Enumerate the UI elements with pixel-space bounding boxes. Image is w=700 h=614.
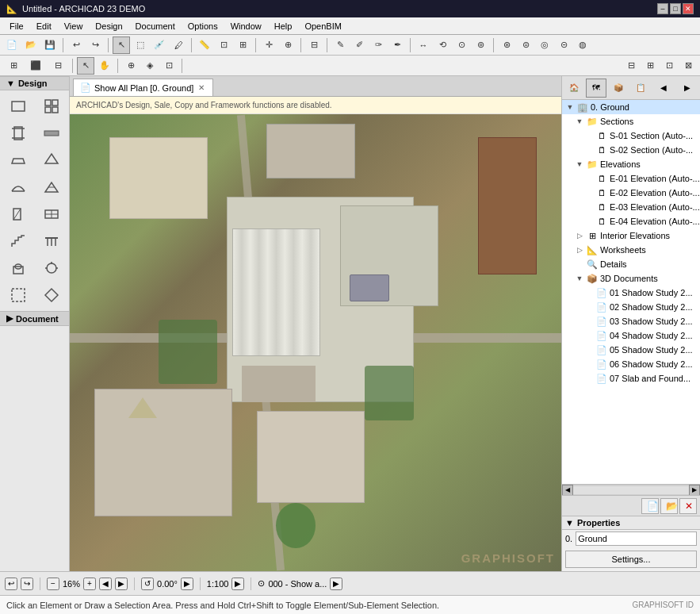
pen1-button[interactable]: ✎ [331, 36, 349, 54]
3d-button[interactable]: ⬛ [25, 57, 46, 75]
pen4-button[interactable]: ✒ [388, 36, 406, 54]
tree-expand-3ddocs[interactable]: ▼ [575, 272, 584, 285]
toolbar-extra3[interactable]: ⊡ [160, 57, 178, 75]
zoom-in-status-btn[interactable]: + [83, 578, 96, 590]
zoom-prev-btn[interactable]: ◀ [99, 578, 112, 590]
pen3-button[interactable]: ✑ [369, 36, 387, 54]
syringe-button[interactable]: 🖊 [170, 36, 187, 54]
tree-item-shadow4[interactable]: ▷ 📄 04 Shadow Study 2... [562, 328, 700, 343]
zone-tool[interactable] [3, 282, 33, 308]
scroll-left-btn[interactable]: ◀ [562, 485, 573, 496]
transform1-button[interactable]: ⊛ [498, 36, 515, 54]
menu-file[interactable]: File [3, 20, 30, 33]
menu-document[interactable]: Document [129, 20, 182, 33]
3d-nav-tab[interactable]: 📦 [608, 79, 629, 98]
floor-name-input[interactable] [576, 531, 697, 546]
curtainwall2-tool[interactable] [36, 282, 67, 308]
marquee-button[interactable]: ⬚ [132, 36, 149, 54]
menu-window[interactable]: Window [224, 20, 268, 33]
section-button[interactable]: ⊟ [48, 57, 68, 75]
doc-tab-close[interactable]: ✕ [197, 83, 206, 93]
tree-item-e02[interactable]: ▷ 🗒 E-02 Elevation (Auto-... [562, 186, 700, 200]
pen2-button[interactable]: ✐ [350, 36, 368, 54]
roof-tool[interactable] [36, 148, 67, 173]
object-tool[interactable] [3, 255, 33, 281]
move3-button[interactable]: ⊙ [453, 36, 470, 54]
tree-item-shadow3[interactable]: ▷ 📄 03 Shadow Study 2... [562, 314, 700, 328]
stair-tool[interactable] [3, 228, 33, 254]
floorplan-button[interactable]: ⊞ [3, 57, 24, 75]
move1-button[interactable]: ↔ [415, 36, 432, 54]
menu-options[interactable]: Options [182, 20, 224, 33]
tree-item-details[interactable]: ▷ 🔍 Details [562, 257, 700, 271]
tree-item-3ddocs[interactable]: ▼ 📦 3D Documents [562, 271, 700, 286]
dimension-button[interactable]: ⊡ [215, 36, 232, 54]
save-button[interactable]: 💾 [41, 36, 59, 54]
tree-item-interior[interactable]: ▷ ⊞ Interior Elevations [562, 228, 700, 243]
layer-arrow-btn[interactable]: ▶ [330, 578, 342, 590]
tree-item-e03[interactable]: ▷ 🗒 E-03 Elevation (Auto-... [562, 200, 700, 214]
slab-tool[interactable] [3, 148, 33, 173]
tree-item-sections[interactable]: ▼ 📁 Sections [562, 114, 700, 129]
maximize-button[interactable]: □ [670, 3, 681, 14]
tree-expand-ground[interactable]: ▼ [565, 101, 575, 113]
open-doc-btn[interactable]: 📂 [660, 498, 678, 514]
floorplan-nav-tab[interactable]: 🗺 [586, 79, 606, 98]
design-section-header[interactable]: ▼ Design [0, 76, 69, 90]
new-button[interactable]: 📄 [3, 36, 21, 54]
tree-expand-elevations[interactable]: ▼ [575, 158, 584, 171]
cursor2-button[interactable]: ↖ [77, 57, 94, 75]
section-nav-tab[interactable]: 📋 [630, 79, 651, 98]
nav-btn4[interactable]: ⊠ [679, 57, 697, 75]
grid-button[interactable]: ⊞ [234, 36, 251, 54]
tree-item-worksheets[interactable]: ▷ 📐 Worksheets [562, 243, 700, 257]
lamp-tool[interactable] [36, 255, 67, 281]
nav-btn2[interactable]: ⊞ [641, 57, 659, 75]
tree-item-s01[interactable]: ▷ 🗒 S-01 Section (Auto-... [562, 129, 700, 143]
viewport[interactable]: GRAPHISOFT [70, 114, 561, 571]
cursor-button[interactable]: ↖ [113, 36, 130, 54]
mesh-tool[interactable] [36, 175, 67, 200]
tree-item-s02[interactable]: ▷ 🗒 S-02 Section (Auto-... [562, 143, 700, 157]
wall-tool[interactable] [3, 94, 33, 119]
rotate-btn[interactable]: ↺ [141, 578, 154, 590]
transform3-button[interactable]: ◎ [536, 36, 553, 54]
menu-view[interactable]: View [58, 20, 90, 33]
open-button[interactable]: 📂 [22, 36, 40, 54]
menu-edit[interactable]: Edit [30, 20, 58, 33]
pan-button[interactable]: ✋ [96, 57, 113, 75]
toolbar-extra2[interactable]: ◈ [141, 57, 159, 75]
snap-button[interactable]: ✛ [260, 36, 277, 54]
redo-button[interactable]: ↪ [86, 36, 104, 54]
properties-expand[interactable]: ▼ [565, 518, 574, 528]
zoom-next-btn[interactable]: ▶ [115, 578, 128, 590]
redo-status-btn[interactable]: ↪ [21, 578, 33, 590]
zoom-out-status-btn[interactable]: − [47, 578, 59, 590]
layer-button[interactable]: ⊟ [305, 36, 323, 54]
beam-tool[interactable] [36, 121, 67, 146]
undo-button[interactable]: ↩ [67, 36, 85, 54]
tree-item-shadow2[interactable]: ▷ 📄 02 Shadow Study 2... [562, 300, 700, 314]
menu-help[interactable]: Help [268, 20, 299, 33]
undo-status-btn[interactable]: ↩ [5, 578, 17, 590]
delete-doc-btn[interactable]: ✕ [679, 498, 697, 514]
door-tool[interactable] [3, 201, 33, 227]
shell-tool[interactable] [3, 175, 33, 200]
document-section-header[interactable]: ▶ Document [0, 311, 69, 326]
scale-arrow-btn[interactable]: ▶ [231, 578, 244, 590]
tree-expand-worksheets[interactable]: ▷ [575, 244, 584, 256]
back-nav-tab[interactable]: ◀ [652, 79, 675, 98]
move2-button[interactable]: ⟲ [434, 36, 451, 54]
tree-expand-interior[interactable]: ▷ [575, 229, 584, 242]
new-doc-btn[interactable]: 📄 [641, 498, 659, 514]
navigator-tree[interactable]: ▼ 🏢 0. Ground ▼ 📁 Sections ▷ 🗒 S-01 Sect… [562, 100, 700, 484]
transform4-button[interactable]: ⊝ [555, 36, 572, 54]
measure-button[interactable]: 📏 [196, 36, 213, 54]
transform5-button[interactable]: ◍ [574, 36, 591, 54]
column-tool[interactable] [3, 121, 33, 146]
tree-expand-sections[interactable]: ▼ [575, 115, 584, 128]
close-button[interactable]: ✕ [683, 3, 694, 14]
navigator-tab[interactable]: 🏠 [564, 79, 584, 98]
nav-btn1[interactable]: ⊟ [622, 57, 640, 75]
railing-tool[interactable] [36, 228, 67, 254]
